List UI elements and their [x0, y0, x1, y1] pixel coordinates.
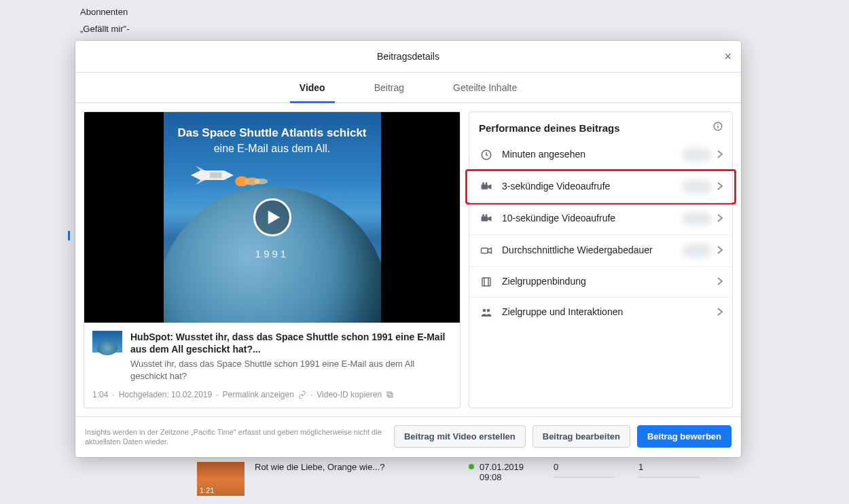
- promote-post-button[interactable]: Beitrag bewerben: [637, 425, 731, 448]
- svg-point-28: [487, 309, 490, 312]
- video-row-date: 07.01.201909:08: [469, 462, 543, 482]
- edit-post-button[interactable]: Beitrag bearbeiten: [532, 425, 630, 448]
- permalink-link[interactable]: Permalink anzeigen: [223, 390, 294, 399]
- svg-rect-8: [389, 393, 393, 397]
- metric-row[interactable]: Durchschnittliche Wiedergabedauer: [469, 234, 732, 266]
- svg-point-21: [486, 214, 488, 216]
- chevron-right-icon: [717, 213, 723, 224]
- tab-post[interactable]: Beitrag: [370, 73, 408, 103]
- background-video-row[interactable]: 1:21 Rot wie die Liebe, Orange wie...? 0…: [197, 462, 808, 496]
- video-row-title: Rot wie die Liebe, Orange wie...?: [255, 462, 458, 472]
- post-thumbnail: [92, 331, 122, 353]
- svg-point-17: [486, 182, 488, 184]
- modal-title: Beitragsdetails: [377, 51, 439, 62]
- svg-marker-7: [268, 211, 279, 224]
- svg-rect-9: [387, 392, 391, 396]
- metric-value-blurred: [682, 148, 712, 162]
- video-duration: 1:04: [92, 390, 108, 399]
- shuttle-icon: [191, 165, 238, 185]
- svg-point-27: [483, 309, 486, 312]
- svg-marker-2: [196, 180, 205, 185]
- play-button[interactable]: [253, 198, 291, 236]
- people-icon: [479, 306, 494, 319]
- svg-rect-18: [482, 216, 488, 221]
- svg-rect-11: [717, 126, 718, 128]
- metric-label: 10-sekündige Videoaufrufe: [502, 213, 682, 225]
- metric-row[interactable]: Minuten angesehen: [469, 139, 732, 170]
- chevron-right-icon: [717, 307, 723, 318]
- svg-point-16: [482, 182, 484, 184]
- flame-icon: [235, 175, 269, 188]
- status-dot-icon: [469, 464, 474, 469]
- metric-row[interactable]: 10-sekündige Videoaufrufe: [469, 202, 732, 234]
- modal-header: Beitragsdetails ×: [75, 41, 741, 73]
- metric-value-blurred: [682, 212, 712, 226]
- svg-point-6: [254, 179, 268, 184]
- camera-icon: [479, 181, 494, 193]
- svg-marker-23: [488, 248, 491, 253]
- svg-rect-12: [717, 124, 718, 125]
- metric-label: 3-sekündige Videoaufrufe: [502, 181, 682, 193]
- sidebar: Abonnenten „Gefällt mir"-: [80, 7, 130, 41]
- video-thumbnail: 1:21: [197, 462, 245, 496]
- post-subtitle: Wusstet ihr, dass das Space Shuttle scho…: [130, 358, 452, 382]
- chevron-right-icon: [717, 245, 723, 256]
- modal-tabs: Video Beitrag Geteilte Inhalte: [75, 73, 741, 103]
- post-meta: HubSpot: Wusstet ihr, dass das Space Shu…: [84, 323, 460, 390]
- video-row-col2: 1: [638, 462, 713, 478]
- post-details-modal: Beitragsdetails × Video Beitrag Geteilte…: [75, 41, 741, 457]
- video-card: Das Space Shuttle Atlantis schickt eine …: [84, 111, 460, 408]
- chevron-right-icon: [717, 276, 723, 287]
- svg-rect-14: [482, 184, 488, 190]
- post-title: HubSpot: Wusstet ihr, dass das Space Shu…: [130, 331, 452, 355]
- svg-marker-19: [488, 216, 491, 221]
- tab-shared[interactable]: Geteilte Inhalte: [449, 73, 521, 103]
- clock-icon: [479, 149, 494, 161]
- video-outline-icon: [479, 245, 494, 257]
- info-icon[interactable]: [713, 122, 723, 134]
- video-player[interactable]: Das Space Shuttle Atlantis schickt eine …: [84, 112, 460, 323]
- performance-panel: Performance deines Beitrags Minuten ange…: [469, 111, 733, 408]
- modal-footer: Insights werden in der Zeitzone „Pacific…: [75, 416, 741, 457]
- create-post-button[interactable]: Beitrag mit Video erstellen: [394, 425, 526, 448]
- chevron-right-icon: [717, 181, 723, 192]
- metric-label: Minuten angesehen: [502, 149, 682, 161]
- video-row-col1: 0: [554, 462, 628, 478]
- film-icon: [479, 276, 494, 288]
- metric-value-blurred: [682, 244, 712, 257]
- video-card-footer: 1:04 · Hochgeladen: 10.02.2019 · Permali…: [84, 390, 460, 408]
- metric-value-blurred: [682, 180, 712, 194]
- video-year: 1991: [164, 248, 381, 259]
- camera-icon: [479, 213, 494, 225]
- svg-rect-3: [210, 173, 222, 178]
- metric-row[interactable]: 3-sekündige Videoaufrufe: [469, 170, 732, 202]
- copy-icon: [386, 391, 394, 399]
- metric-list: Minuten angesehen3-sekündige Videoaufruf…: [469, 139, 732, 327]
- sidebar-active-indicator: [68, 231, 70, 240]
- metric-row[interactable]: Zielgruppenbindung: [469, 266, 732, 297]
- video-uploaded: Hochgeladen: 10.02.2019: [119, 390, 212, 399]
- copy-video-id-link[interactable]: Video-ID kopieren: [317, 390, 382, 399]
- svg-rect-24: [482, 278, 490, 286]
- chevron-right-icon: [717, 149, 723, 160]
- link-icon: [298, 391, 306, 399]
- performance-title: Performance deines Beitrags: [479, 122, 620, 134]
- svg-rect-22: [482, 248, 488, 253]
- video-headline: Das Space Shuttle Atlantis schickt eine …: [164, 126, 381, 157]
- metric-label: Zielgruppenbindung: [502, 276, 717, 288]
- svg-marker-15: [488, 184, 491, 190]
- footer-note: Insights werden in der Zeitzone „Pacific…: [85, 427, 387, 447]
- sidebar-item-likes[interactable]: „Gefällt mir"-: [80, 24, 130, 34]
- tab-video[interactable]: Video: [295, 73, 329, 103]
- metric-row[interactable]: Zielgruppe und Interaktionen: [469, 297, 732, 327]
- svg-marker-1: [196, 166, 205, 170]
- metric-label: Durchschnittliche Wiedergabedauer: [502, 245, 682, 257]
- sidebar-item-subscribers[interactable]: Abonnenten: [80, 7, 130, 17]
- svg-point-20: [482, 214, 484, 216]
- metric-label: Zielgruppe und Interaktionen: [502, 306, 717, 319]
- close-icon[interactable]: ×: [724, 50, 731, 64]
